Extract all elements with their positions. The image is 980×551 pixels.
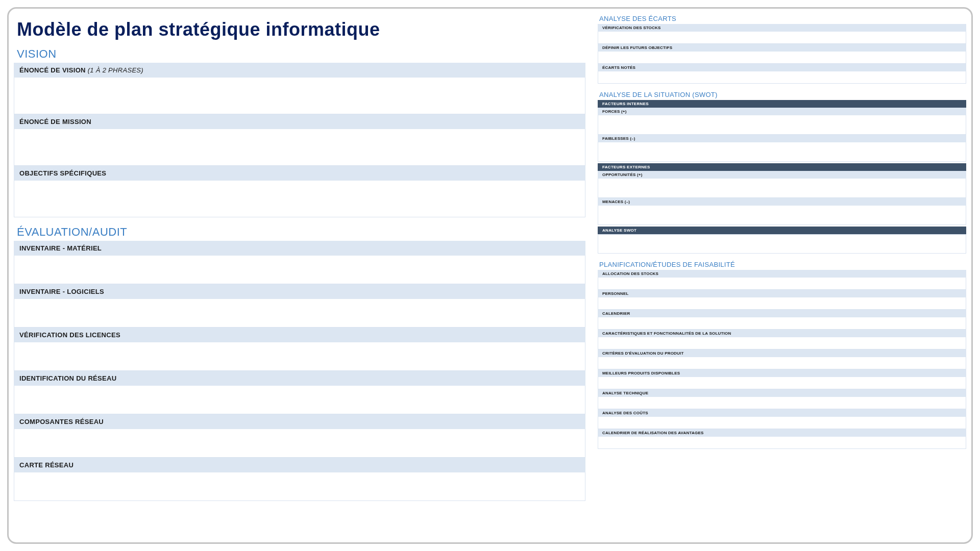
label: CALENDRIER DE RÉALISATION DES AVANTAGES — [602, 431, 703, 435]
row-header-stock-check: VÉRIFICATION DES STOCKS — [598, 24, 966, 32]
row-header-swot-analysis: ANALYSE SWOT — [598, 227, 966, 234]
row-body-best-products[interactable] — [598, 377, 966, 389]
row-header-cost-analysis: ANALYSE DES COÛTS — [598, 409, 966, 417]
section-title-feasibility: PLANIFICATION/ÉTUDES DE FAISABILITÉ — [599, 261, 966, 268]
row-header-opportunities: OPPORTUNITÉS (+) — [598, 171, 966, 179]
row-header-future-obj: DÉFINIR LES FUTURS OBJECTIFS — [598, 44, 966, 52]
row-body-benefits-schedule[interactable] — [598, 437, 966, 449]
label: IDENTIFICATION DU RÉSEAU — [19, 374, 116, 382]
row-header-benefits-schedule: CALENDRIER DE RÉALISATION DES AVANTAGES — [598, 429, 966, 437]
label: CARACTÉRISTIQUES ET FONCTIONNALITÉS DE L… — [602, 331, 731, 336]
label: OPPORTUNITÉS (+) — [602, 172, 643, 177]
row-body-stock-alloc[interactable] — [598, 278, 966, 290]
left-column: Modèle de plan stratégique informatique … — [14, 12, 585, 537]
section-title-audit: ÉVALUATION/AUDIT — [17, 226, 585, 239]
label: ANALYSE SWOT — [602, 228, 636, 233]
row-header-inv-material: INVENTAIRE - MATÉRIEL — [14, 241, 585, 256]
label: FAIBLESSES (–) — [602, 136, 635, 141]
row-header-vision-statement: ÉNONCÉ DE VISION (1 À 2 PHRASES) — [14, 63, 585, 78]
row-body-weaknesses[interactable] — [598, 142, 966, 162]
row-header-gaps-noted: ÉCARTS NOTÉS — [598, 64, 966, 71]
row-header-external-factors: FACTEURS EXTERNES — [598, 163, 966, 171]
row-body-solution-features[interactable] — [598, 337, 966, 349]
label: DÉFINIR LES FUTURS OBJECTIFS — [602, 45, 672, 50]
label: MEILLEURS PRODUITS DISPONIBLES — [602, 371, 680, 375]
row-header-personnel: PERSONNEL — [598, 290, 966, 297]
label: PERSONNEL — [602, 291, 629, 296]
label: INVENTAIRE - MATÉRIEL — [19, 244, 102, 252]
row-body-eval-criteria[interactable] — [598, 357, 966, 369]
row-body-stock-check[interactable] — [598, 32, 966, 44]
row-header-stock-alloc: ALLOCATION DES STOCKS — [598, 270, 966, 278]
label: INVENTAIRE - LOGICIELS — [19, 288, 104, 295]
label: ANALYSE TECHNIQUE — [602, 391, 648, 395]
row-header-network-id: IDENTIFICATION DU RÉSEAU — [14, 371, 585, 386]
hint: (1 À 2 PHRASES) — [86, 66, 143, 74]
label: FACTEURS EXTERNES — [602, 165, 650, 169]
row-body-network-id[interactable] — [14, 386, 585, 414]
row-header-objectives: OBJECTIFS SPÉCIFIQUES — [14, 166, 585, 181]
label: CALENDRIER — [602, 311, 630, 316]
label: ÉCARTS NOTÉS — [602, 65, 635, 70]
row-body-calendar[interactable] — [598, 317, 966, 330]
label: FACTEURS INTERNES — [602, 102, 649, 106]
row-header-weaknesses: FAIBLESSES (–) — [598, 135, 966, 142]
label: ANALYSE DES COÛTS — [602, 411, 648, 415]
row-header-mission: ÉNONCÉ DE MISSION — [14, 114, 585, 129]
row-body-inv-material[interactable] — [14, 256, 585, 284]
row-header-inv-software: INVENTAIRE - LOGICIELS — [14, 284, 585, 299]
row-body-tech-analysis[interactable] — [598, 397, 966, 409]
row-header-internal-factors: FACTEURS INTERNES — [598, 100, 966, 108]
label: OBJECTIFS SPÉCIFIQUES — [19, 169, 106, 177]
row-header-network-map: CARTE RÉSEAU — [14, 458, 585, 472]
row-body-vision-statement[interactable] — [14, 78, 585, 114]
label: CARTE RÉSEAU — [19, 461, 74, 469]
row-body-swot-analysis[interactable] — [598, 234, 966, 254]
page-title: Modèle de plan stratégique informatique — [17, 19, 585, 40]
section-title-vision: VISION — [17, 47, 585, 61]
row-header-license-check: VÉRIFICATION DES LICENCES — [14, 328, 585, 342]
section-title-swot: ANALYSE DE LA SITUATION (SWOT) — [599, 91, 966, 98]
row-header-eval-criteria: CRITÈRES D'ÉVALUATION DU PRODUIT — [598, 349, 966, 357]
label: FORCES (+) — [602, 109, 627, 114]
row-header-network-components: COMPOSANTES RÉSEAU — [14, 414, 585, 429]
row-header-calendar: CALENDRIER — [598, 310, 966, 317]
row-header-solution-features: CARACTÉRISTIQUES ET FONCTIONNALITÉS DE L… — [598, 330, 966, 337]
label: CRITÈRES D'ÉVALUATION DU PRODUIT — [602, 351, 684, 356]
row-body-opportunities[interactable] — [598, 179, 966, 198]
row-body-future-obj[interactable] — [598, 52, 966, 64]
row-header-tech-analysis: ANALYSE TECHNIQUE — [598, 389, 966, 397]
row-header-best-products: MEILLEURS PRODUITS DISPONIBLES — [598, 369, 966, 377]
row-body-cost-analysis[interactable] — [598, 417, 966, 429]
row-body-strengths[interactable] — [598, 115, 966, 135]
label: ALLOCATION DES STOCKS — [602, 271, 658, 276]
row-body-mission[interactable] — [14, 129, 585, 166]
row-header-strengths: FORCES (+) — [598, 108, 966, 115]
row-body-threats[interactable] — [598, 206, 966, 225]
row-body-network-components[interactable] — [14, 429, 585, 458]
label: VÉRIFICATION DES STOCKS — [602, 26, 661, 30]
document-frame: Modèle de plan stratégique informatique … — [7, 7, 973, 544]
right-column: ANALYSE DES ÉCARTS VÉRIFICATION DES STOC… — [598, 12, 966, 537]
label: VÉRIFICATION DES LICENCES — [19, 331, 120, 339]
label: ÉNONCÉ DE VISION — [19, 66, 86, 74]
row-body-network-map[interactable] — [14, 472, 585, 501]
label: MENACES (–) — [602, 199, 630, 204]
row-body-objectives[interactable] — [14, 181, 585, 217]
section-title-gap: ANALYSE DES ÉCARTS — [599, 15, 966, 22]
row-body-license-check[interactable] — [14, 342, 585, 371]
row-body-gaps-noted[interactable] — [598, 71, 966, 84]
label: ÉNONCÉ DE MISSION — [19, 118, 91, 126]
row-header-threats: MENACES (–) — [598, 198, 966, 206]
label: COMPOSANTES RÉSEAU — [19, 418, 104, 425]
row-body-personnel[interactable] — [598, 297, 966, 310]
row-body-inv-software[interactable] — [14, 299, 585, 328]
